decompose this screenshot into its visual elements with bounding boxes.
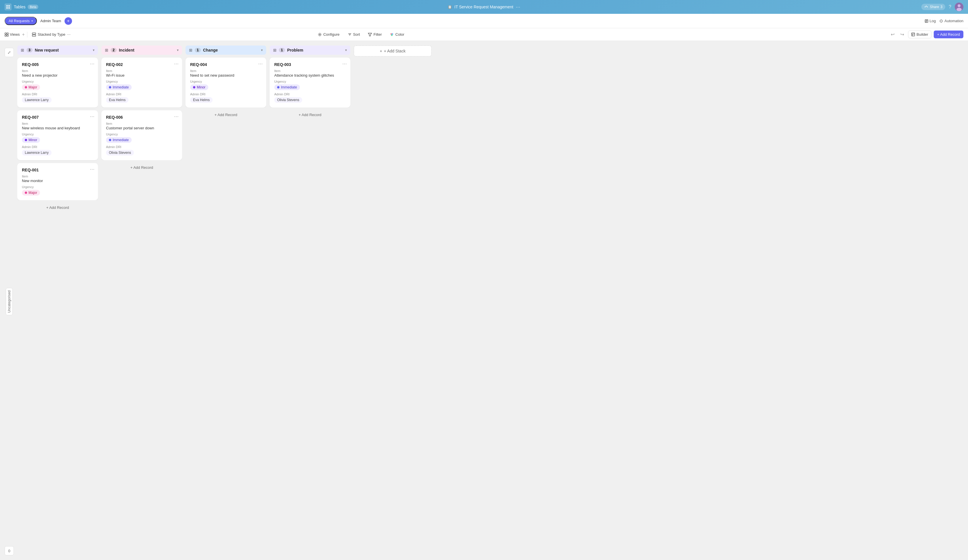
svg-point-4	[925, 7, 926, 8]
stacked-by-button[interactable]: Stacked by Type ⋯	[30, 31, 73, 38]
col-chevron-problem[interactable]: ▾	[345, 48, 347, 52]
svg-rect-21	[32, 35, 36, 36]
column-header-incident: ⊞ 2 Incident ▾	[101, 45, 182, 55]
app-name: Tables	[14, 5, 25, 9]
cards-incident: ⋯ REQ-002 Item Wi-Fi issue Urgency Immed…	[101, 58, 182, 160]
add-stack-button[interactable]: + + Add Stack	[354, 45, 432, 56]
card-REQ-001[interactable]: ⋯ REQ-001 Item New monitor Urgency Major	[17, 163, 98, 200]
log-button[interactable]: Log	[925, 19, 936, 23]
beta-badge: Beta	[28, 5, 38, 9]
cards-problem: ⋯ REQ-003 Item Attendance tracking syste…	[270, 58, 350, 108]
urgency-dot	[25, 139, 27, 141]
card-menu-REQ-004[interactable]: ⋯	[258, 61, 263, 66]
svg-point-22	[319, 34, 320, 35]
svg-rect-0	[6, 5, 8, 7]
sort-button[interactable]: Sort	[345, 31, 363, 38]
filter-button[interactable]: Filter	[365, 31, 385, 38]
card-menu-REQ-002[interactable]: ⋯	[174, 61, 179, 66]
card-id-REQ-002: REQ-002	[106, 62, 177, 67]
views-button[interactable]: Views	[5, 32, 20, 36]
card-id-REQ-004: REQ-004	[190, 62, 262, 67]
configure-button[interactable]: Configure	[315, 31, 342, 38]
page-options-button[interactable]: ⋯	[515, 4, 520, 10]
col-title-new-request: New request	[35, 48, 91, 52]
stacked-by-label: Stacked by Type	[38, 32, 65, 36]
second-row: All Requests ▾ Admin Team + Log Automati…	[0, 14, 968, 28]
item-label-REQ-005: Item	[22, 69, 93, 73]
cards-new-request: ⋯ REQ-005 Item Need a new projector Urge…	[17, 58, 98, 200]
col-count-new-request: 3	[27, 48, 33, 52]
stacked-by-menu-icon: ⋯	[67, 33, 71, 36]
card-menu-REQ-003[interactable]: ⋯	[342, 61, 347, 66]
col-title-change: Change	[203, 48, 259, 52]
builder-label: Builder	[917, 32, 928, 36]
svg-point-10	[958, 4, 960, 7]
configure-label: Configure	[323, 32, 340, 36]
svg-rect-30	[912, 33, 915, 36]
urgency-dot	[109, 139, 111, 141]
card-menu-REQ-007[interactable]: ⋯	[90, 114, 94, 119]
add-record-footer-incident[interactable]: + Add Record	[101, 163, 182, 172]
item-label-REQ-003: Item	[274, 69, 346, 73]
add-record-button[interactable]: + Add Record	[934, 31, 963, 38]
color-button[interactable]: Color	[387, 31, 407, 38]
add-stack-icon: +	[380, 49, 382, 53]
svg-rect-16	[5, 33, 6, 34]
admin-dri-label-REQ-007: Admin DRI	[22, 145, 93, 149]
card-id-REQ-007: REQ-007	[22, 115, 93, 119]
svg-rect-1	[8, 5, 10, 7]
item-label-REQ-001: Item	[22, 174, 93, 178]
svg-point-11	[956, 8, 962, 11]
add-record-footer-problem[interactable]: + Add Record	[270, 110, 350, 119]
column-header-problem: ⊞ 1 Problem ▾	[270, 45, 350, 55]
card-REQ-002[interactable]: ⋯ REQ-002 Item Wi-Fi issue Urgency Immed…	[101, 58, 182, 108]
filter-chevron-icon: ▾	[31, 19, 33, 22]
expand-button[interactable]: ⤢	[5, 48, 14, 57]
svg-point-6	[927, 7, 928, 8]
item-value-REQ-003: Attendance tracking system glitches	[274, 73, 346, 78]
column-problem: ⊞ 1 Problem ▾ ⋯ REQ-003 Item Attendance …	[270, 45, 350, 119]
dri-value-REQ-006: Olivia Stevens	[106, 150, 134, 156]
card-menu-REQ-005[interactable]: ⋯	[90, 61, 94, 66]
card-id-REQ-001: REQ-001	[22, 167, 93, 172]
share-button[interactable]: Share 3	[921, 4, 945, 10]
urgency-dot	[25, 86, 27, 88]
col-chevron-change[interactable]: ▾	[261, 48, 263, 52]
add-view-button[interactable]: +	[65, 17, 72, 25]
undo-button[interactable]: ↩	[889, 31, 896, 38]
card-menu-REQ-001[interactable]: ⋯	[90, 167, 94, 172]
col-chevron-new-request[interactable]: ▾	[93, 48, 94, 52]
add-view-button-toolbar[interactable]: +	[22, 32, 25, 37]
card-REQ-006[interactable]: ⋯ REQ-006 Item Customer portal server do…	[101, 110, 182, 160]
add-record-footer-new-request[interactable]: + Add Record	[17, 203, 98, 212]
user-avatar[interactable]	[955, 3, 963, 11]
column-new-request: ⊞ 3 New request ▾ ⋯ REQ-005 Item Need a …	[17, 45, 98, 212]
col-title-problem: Problem	[287, 48, 343, 52]
toolbar-divider	[27, 31, 27, 38]
card-REQ-004[interactable]: ⋯ REQ-004 Item Need to set new password …	[186, 58, 266, 108]
col-icon-new-request: ⊞	[21, 48, 24, 52]
svg-line-8	[927, 6, 927, 7]
automation-button[interactable]: Automation	[939, 19, 963, 23]
col-icon-change: ⊞	[189, 48, 192, 52]
card-REQ-003[interactable]: ⋯ REQ-003 Item Attendance tracking syste…	[270, 58, 350, 108]
urgency-badge-REQ-001: Major	[22, 190, 40, 196]
col-chevron-incident[interactable]: ▾	[177, 48, 179, 52]
svg-rect-17	[7, 33, 8, 34]
card-REQ-007[interactable]: ⋯ REQ-007 Item New wireless mouse and ke…	[17, 110, 98, 160]
item-label-REQ-002: Item	[106, 69, 177, 73]
help-button[interactable]: ?	[949, 4, 951, 10]
item-value-REQ-001: New monitor	[22, 179, 93, 183]
card-REQ-005[interactable]: ⋯ REQ-005 Item Need a new projector Urge…	[17, 58, 98, 108]
builder-button[interactable]: Builder	[908, 31, 931, 38]
add-record-footer-change[interactable]: + Add Record	[186, 110, 266, 119]
item-value-REQ-007: New wireless mouse and keyboard	[22, 126, 93, 130]
urgency-dot	[193, 86, 195, 88]
all-requests-filter[interactable]: All Requests ▾	[5, 17, 37, 25]
item-label-REQ-006: Item	[106, 122, 177, 125]
card-menu-REQ-006[interactable]: ⋯	[174, 114, 179, 119]
admin-dri-label-REQ-004: Admin DRI	[190, 93, 262, 96]
redo-button[interactable]: ↪	[898, 31, 906, 38]
admin-dri-label-REQ-005: Admin DRI	[22, 93, 93, 96]
dri-value-REQ-007: Lawrence Larry	[22, 150, 51, 156]
